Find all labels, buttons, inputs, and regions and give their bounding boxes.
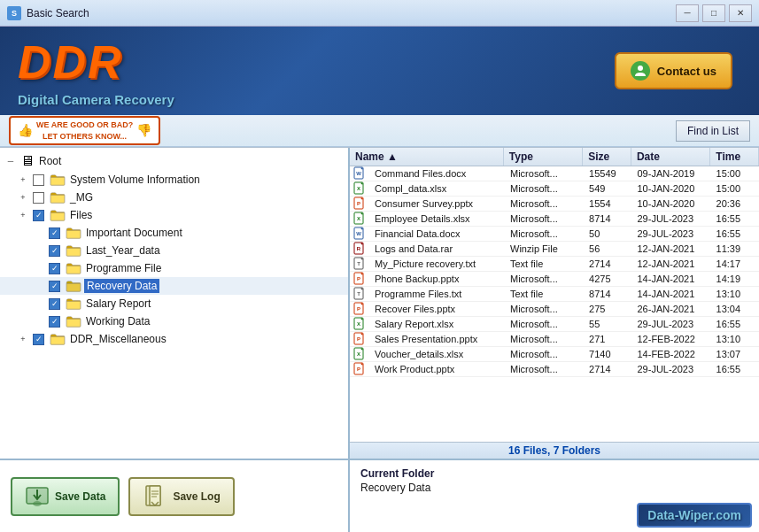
file-row[interactable]: W Financial Data.docx Microsoft... 50 29…	[350, 227, 759, 242]
tree-checkbox-lastYear[interactable]: ✓	[49, 245, 60, 257]
toolbar: 👍 WE ARE GOOD OR BAD? LET OTHERS KNOW...…	[0, 115, 759, 147]
file-type-icon: P	[352, 362, 367, 376]
rating-badge[interactable]: 👍 WE ARE GOOD OR BAD? LET OTHERS KNOW...…	[9, 116, 160, 145]
tree-node-progFile[interactable]: ✓ Programme File	[0, 259, 348, 277]
badge-line1: WE ARE GOOD OR BAD?	[36, 120, 133, 131]
file-row[interactable]: T My_Picture recovery.txt Text file 2714…	[350, 257, 759, 272]
file-row[interactable]: P Work Product.pptx Microsoft... 2714 29…	[350, 362, 759, 377]
tree-expander-ddr[interactable]: +	[16, 332, 30, 346]
file-row[interactable]: P Phone Backup.pptx Microsoft... 4275 14…	[350, 272, 759, 287]
tree-checkbox-working[interactable]: ✓	[49, 316, 60, 328]
computer-icon: 🖥	[20, 153, 35, 169]
save-log-button[interactable]: Save Log	[128, 477, 234, 516]
tree-checkbox-recovery[interactable]: ✓	[49, 281, 60, 292]
ddr-logo: DDR	[18, 35, 157, 89]
file-time: 14:19	[711, 272, 759, 286]
file-type-icon: P	[352, 197, 367, 211]
tree-expander-working	[32, 314, 46, 328]
contact-icon	[631, 61, 650, 81]
tree-node-mg[interactable]: + _MG	[0, 189, 348, 206]
file-name-cell: T Programme Files.txt	[350, 287, 505, 301]
file-name-cell: P Consumer Survey.pptx	[350, 197, 505, 211]
contact-button[interactable]: Contact us	[615, 52, 732, 89]
file-row[interactable]: T Programme Files.txt Text file 8714 14-…	[350, 287, 759, 302]
col-header-size[interactable]: Size	[583, 148, 631, 166]
file-name-cell: W Financial Data.docx	[350, 227, 505, 241]
file-size: 50	[584, 227, 631, 241]
file-list-body: W Command Files.docx Microsoft... 15549 …	[350, 166, 759, 442]
file-row[interactable]: R Logs and Data.rar Winzip File 56 12-JA…	[350, 242, 759, 257]
file-row[interactable]: X Employee Details.xlsx Microsoft... 871…	[350, 212, 759, 227]
tree-expander-files[interactable]: +	[16, 208, 30, 222]
file-time: 16:55	[711, 212, 759, 226]
tree-checkbox-salary[interactable]: ✓	[49, 298, 60, 310]
file-type-icon: W	[352, 166, 367, 181]
tree-node-files[interactable]: +✓ Files	[0, 206, 348, 224]
col-header-type[interactable]: Type	[504, 148, 583, 166]
tree-node-impDoc[interactable]: ✓ Important Document	[0, 224, 348, 242]
save-data-button[interactable]: Save Data	[11, 477, 120, 516]
file-type: Microsoft...	[505, 347, 584, 361]
file-time: 13:04	[711, 302, 759, 316]
file-name-cell: X Salary Report.xlsx	[350, 317, 505, 331]
save-log-icon	[143, 484, 167, 509]
svg-text:P: P	[357, 276, 360, 281]
tree-checkbox-mg	[33, 192, 44, 204]
file-time: 16:55	[711, 317, 759, 331]
right-panel-files: Name ▲ Type Size Date Time W Command Fil…	[350, 148, 759, 459]
col-header-time[interactable]: Time	[710, 148, 759, 166]
tree-node-ddr[interactable]: +✓ DDR_Miscellaneous	[0, 330, 348, 348]
file-name: Financial Data.docx	[369, 227, 505, 241]
header: DDR Digital Camera Recovery Contact us	[0, 27, 759, 115]
tree-checkbox-impDoc[interactable]: ✓	[49, 227, 60, 239]
close-button[interactable]: ✕	[729, 4, 752, 22]
tree-node-working[interactable]: ✓ Working Data	[0, 312, 348, 330]
file-type: Microsoft...	[505, 197, 584, 211]
file-row[interactable]: X Voucher_details.xlsx Microsoft... 7140…	[350, 347, 759, 362]
col-header-name[interactable]: Name ▲	[350, 148, 504, 166]
tree-node-sysVol[interactable]: + System Volume Information	[0, 171, 348, 189]
tree-node-root[interactable]: ─🖥Root	[0, 151, 348, 171]
tree-node-recovery[interactable]: ✓ Recovery Data	[0, 277, 348, 295]
tree-label-working: Working Data	[84, 315, 150, 328]
col-header-date[interactable]: Date	[631, 148, 710, 166]
file-name: Work Product.pptx	[369, 362, 505, 376]
tree-label-root: Root	[37, 155, 61, 167]
file-status-bar: 16 Files, 7 Folders	[350, 442, 759, 459]
file-row[interactable]: P Consumer Survey.pptx Microsoft... 1554…	[350, 197, 759, 212]
file-name: Sales Presentation.pptx	[369, 332, 505, 346]
folder-icon-mg	[50, 191, 66, 204]
file-time: 15:00	[711, 166, 759, 181]
file-row[interactable]: W Command Files.docx Microsoft... 15549 …	[350, 166, 759, 181]
file-date: 09-JAN-2019	[632, 166, 711, 181]
file-size: 1554	[584, 197, 631, 211]
tree-label-salary: Salary Report	[84, 297, 151, 310]
tree-expander-sysVol[interactable]: +	[16, 173, 30, 187]
file-size: 549	[584, 181, 631, 196]
find-in-list-button[interactable]: Find in List	[676, 120, 750, 142]
minimize-button[interactable]: ─	[676, 4, 699, 22]
file-date: 12-FEB-2022	[632, 332, 711, 346]
svg-text:T: T	[357, 291, 360, 297]
svg-text:P: P	[357, 201, 360, 206]
tree-label-lastYear: Last_Year_data	[84, 244, 160, 257]
file-row[interactable]: X Salary Report.xlsx Microsoft... 55 29-…	[350, 317, 759, 332]
tree-checkbox-ddr[interactable]: ✓	[33, 334, 44, 345]
tree-checkbox-files[interactable]: ✓	[33, 210, 44, 221]
file-row[interactable]: P Sales Presentation.pptx Microsoft... 2…	[350, 332, 759, 347]
folder-icon-lastYear	[66, 244, 81, 257]
maximize-button[interactable]: □	[702, 4, 725, 22]
tree-expander-salary	[32, 297, 46, 311]
tree-expander-mg[interactable]: +	[16, 190, 30, 204]
file-size: 55	[584, 317, 631, 331]
file-row[interactable]: P Recover Files.pptx Microsoft... 275 26…	[350, 302, 759, 317]
tree-node-lastYear[interactable]: ✓ Last_Year_data	[0, 242, 348, 259]
folder-icon-recovery	[66, 280, 81, 292]
file-type-icon: T	[352, 257, 367, 271]
tree-expander-root[interactable]: ─	[4, 154, 18, 168]
file-time: 16:55	[711, 227, 759, 241]
tree-checkbox-progFile[interactable]: ✓	[49, 263, 60, 274]
tree-node-salary[interactable]: ✓ Salary Report	[0, 295, 348, 312]
file-date: 29-JUL-2023	[632, 227, 711, 241]
file-row[interactable]: X Compl_data.xlsx Microsoft... 549 10-JA…	[350, 181, 759, 197]
